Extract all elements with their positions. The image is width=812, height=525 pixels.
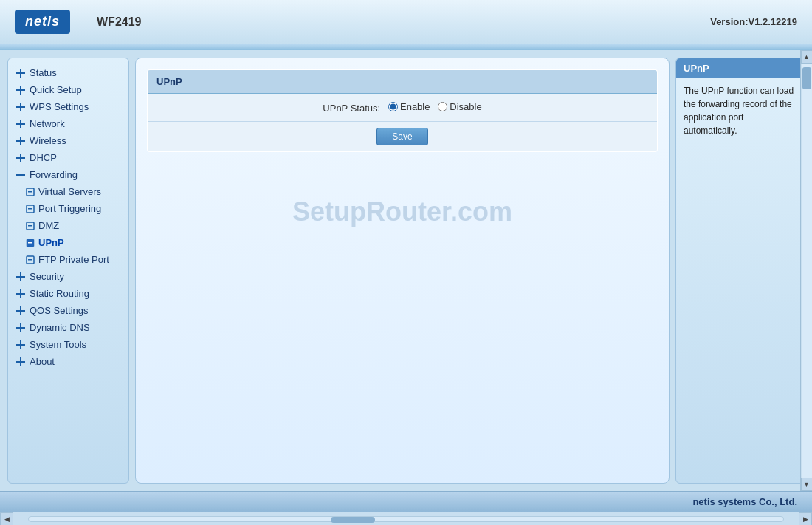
plus-icon-2	[16, 85, 26, 95]
sidebar-item-dynamic-dns[interactable]: Dynamic DNS	[8, 319, 128, 336]
sidebar-item-wireless[interactable]: Wireless	[8, 132, 128, 149]
sub-header	[0, 44, 812, 50]
disable-radio[interactable]	[438, 102, 447, 111]
svg-rect-16	[28, 208, 32, 210]
sidebar-item-virtual-servers[interactable]: Virtual Servers	[8, 183, 128, 200]
upnp-table-title: UPnP	[148, 70, 658, 94]
plus-icon-6	[16, 153, 26, 163]
device-name: WF2419	[97, 16, 141, 29]
plus-icon-8	[16, 289, 26, 299]
plus-icon-7	[16, 272, 26, 282]
plus-icon-5	[16, 136, 26, 146]
upnp-status-row: UPnP Status: Enable Disable	[148, 94, 658, 122]
svg-rect-14	[28, 191, 32, 193]
footer-text: netis systems Co., Ltd.	[692, 496, 797, 507]
plus-icon-9	[16, 306, 26, 316]
scroll-left-button[interactable]: ◀	[0, 512, 13, 526]
svg-rect-5	[16, 106, 25, 108]
sidebar-item-system-tools[interactable]: System Tools	[8, 336, 128, 353]
svg-rect-34	[16, 361, 25, 363]
help-panel: UPnP The UPnP function can load the forw…	[675, 58, 805, 484]
svg-rect-18	[28, 225, 32, 227]
right-scrollbar: ▲ ▼	[800, 50, 812, 491]
sidebar: Status Quick Setup WPS Settings Network …	[7, 58, 129, 484]
sidebar-item-ftp[interactable]: FTP Private Port	[8, 251, 128, 268]
disable-option[interactable]: Disable	[438, 101, 481, 112]
sidebar-item-dmz[interactable]: DMZ	[8, 217, 128, 234]
scroll-up-button[interactable]: ▲	[801, 50, 813, 64]
sub-icon-1	[26, 188, 35, 196]
sidebar-item-wps[interactable]: WPS Settings	[8, 98, 128, 115]
plus-icon-10	[16, 323, 26, 333]
sub-icon-2	[26, 205, 35, 213]
minus-icon	[16, 170, 26, 180]
footer: netis systems Co., Ltd.	[0, 491, 812, 512]
sidebar-item-forwarding[interactable]: Forwarding	[8, 166, 128, 183]
sidebar-item-about[interactable]: About	[8, 353, 128, 370]
save-row: Save	[148, 122, 658, 152]
plus-icon	[16, 68, 26, 78]
sidebar-item-security[interactable]: Security	[8, 268, 128, 285]
vertical-thumb[interactable]	[802, 67, 811, 89]
version-text: Version:V1.2.12219	[710, 16, 797, 27]
enable-option[interactable]: Enable	[388, 101, 430, 112]
save-button[interactable]: Save	[376, 128, 427, 145]
scroll-right-button[interactable]: ▶	[799, 512, 812, 526]
horizontal-thumb[interactable]	[331, 517, 375, 523]
sub-icon-3	[26, 222, 35, 230]
svg-rect-24	[16, 276, 25, 278]
enable-label: Enable	[400, 101, 430, 112]
logo-text: netis	[25, 14, 60, 29]
watermark: SetupRouter.com	[147, 152, 658, 242]
content-area: UPnP UPnP Status: Enable Disable	[135, 58, 670, 484]
svg-rect-3	[16, 89, 25, 91]
svg-rect-30	[16, 327, 25, 329]
plus-icon-4	[16, 119, 26, 129]
bottom-scrollbar: ◀ ▶	[0, 512, 812, 525]
upnp-table: UPnP UPnP Status: Enable Disable	[147, 69, 658, 152]
sidebar-item-static-routing[interactable]: Static Routing	[8, 285, 128, 302]
plus-icon-3	[16, 102, 26, 112]
enable-radio[interactable]	[388, 102, 398, 111]
sidebar-item-qos[interactable]: QOS Settings	[8, 302, 128, 319]
disable-label: Disable	[450, 101, 481, 112]
svg-rect-11	[16, 157, 25, 159]
scroll-down-button[interactable]: ▼	[801, 478, 813, 491]
sidebar-item-upnp[interactable]: UPnP	[8, 234, 128, 251]
plus-icon-11	[16, 340, 26, 350]
sub-icon-4	[26, 239, 35, 247]
svg-rect-12	[16, 174, 25, 176]
help-title: UPnP	[676, 58, 804, 78]
svg-rect-22	[28, 259, 32, 261]
sub-icon-5	[26, 255, 35, 264]
svg-rect-20	[28, 242, 32, 244]
sidebar-item-quick-setup[interactable]: Quick Setup	[8, 81, 128, 98]
logo: netis	[15, 10, 70, 34]
sidebar-item-port-triggering[interactable]: Port Triggering	[8, 200, 128, 217]
vertical-track	[802, 64, 812, 478]
svg-rect-26	[16, 293, 25, 295]
plus-icon-12	[16, 357, 26, 367]
sidebar-item-dhcp[interactable]: DHCP	[8, 149, 128, 166]
svg-rect-9	[16, 140, 25, 142]
sidebar-item-network[interactable]: Network	[8, 115, 128, 132]
top-header: netis WF2419 Version:V1.2.12219	[0, 0, 812, 44]
svg-rect-32	[16, 344, 25, 346]
upnp-status-label: UPnP Status:	[323, 103, 380, 114]
horizontal-track	[28, 516, 784, 522]
help-body: The UPnP function can load the forwardin…	[676, 78, 804, 143]
svg-rect-7	[16, 123, 25, 125]
svg-rect-1	[16, 72, 25, 74]
main-area: Status Quick Setup WPS Settings Network …	[0, 50, 812, 491]
svg-rect-28	[16, 310, 25, 312]
sidebar-item-status[interactable]: Status	[8, 64, 128, 81]
